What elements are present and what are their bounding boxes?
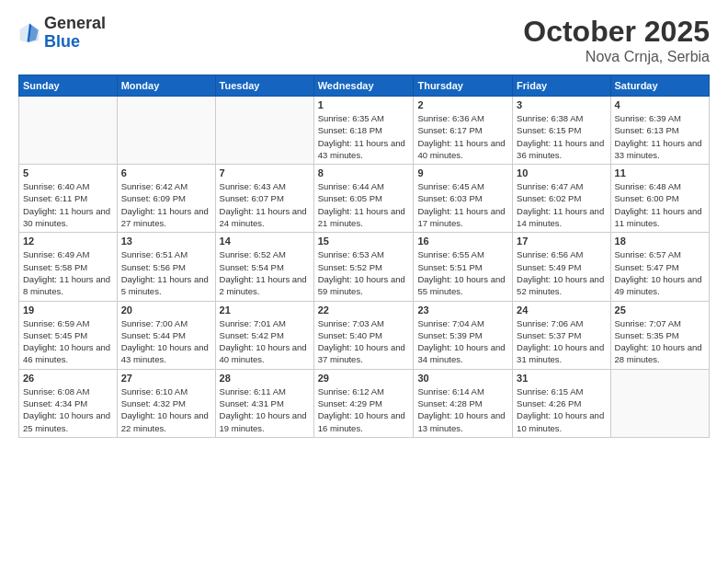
day-info: Sunrise: 7:07 AM Sunset: 5:35 PM Dayligh… — [615, 317, 705, 366]
logo-text: General Blue — [44, 15, 106, 52]
day-number: 13 — [121, 236, 211, 247]
day-info: Sunrise: 6:57 AM Sunset: 5:47 PM Dayligh… — [615, 248, 705, 297]
col-saturday: Saturday — [610, 75, 709, 97]
calendar-cell: 13Sunrise: 6:51 AM Sunset: 5:56 PM Dayli… — [117, 233, 215, 301]
calendar-table: Sunday Monday Tuesday Wednesday Thursday… — [18, 75, 710, 438]
day-number: 5 — [23, 167, 113, 178]
day-number: 4 — [615, 99, 705, 110]
calendar-week-1: 5Sunrise: 6:40 AM Sunset: 6:11 PM Daylig… — [19, 165, 710, 233]
month-title: October 2025 — [523, 15, 710, 49]
calendar-cell: 18Sunrise: 6:57 AM Sunset: 5:47 PM Dayli… — [610, 233, 709, 301]
calendar-cell: 10Sunrise: 6:47 AM Sunset: 6:02 PM Dayli… — [513, 165, 610, 233]
calendar-cell: 9Sunrise: 6:45 AM Sunset: 6:03 PM Daylig… — [414, 165, 513, 233]
calendar-week-3: 19Sunrise: 6:59 AM Sunset: 5:45 PM Dayli… — [19, 301, 710, 369]
header-row: Sunday Monday Tuesday Wednesday Thursday… — [19, 75, 710, 97]
page: General Blue October 2025 Nova Crnja, Se… — [0, 0, 728, 563]
calendar-cell: 8Sunrise: 6:44 AM Sunset: 6:05 PM Daylig… — [313, 165, 414, 233]
calendar-cell: 3Sunrise: 6:38 AM Sunset: 6:15 PM Daylig… — [513, 97, 610, 165]
day-number: 18 — [615, 236, 705, 247]
title-block: October 2025 Nova Crnja, Serbia — [523, 15, 710, 65]
calendar-cell: 27Sunrise: 6:10 AM Sunset: 4:32 PM Dayli… — [117, 369, 215, 437]
day-number: 22 — [318, 304, 410, 316]
day-info: Sunrise: 6:59 AM Sunset: 5:45 PM Dayligh… — [23, 317, 113, 366]
col-tuesday: Tuesday — [215, 75, 313, 97]
col-sunday: Sunday — [19, 75, 118, 97]
calendar-cell: 21Sunrise: 7:01 AM Sunset: 5:42 PM Dayli… — [215, 301, 313, 369]
day-number: 3 — [517, 99, 606, 110]
calendar-cell: 1Sunrise: 6:35 AM Sunset: 6:18 PM Daylig… — [313, 97, 414, 165]
calendar-cell: 30Sunrise: 6:14 AM Sunset: 4:28 PM Dayli… — [414, 369, 513, 437]
calendar-cell: 20Sunrise: 7:00 AM Sunset: 5:44 PM Dayli… — [117, 301, 215, 369]
day-info: Sunrise: 7:03 AM Sunset: 5:40 PM Dayligh… — [318, 317, 410, 366]
calendar-week-0: 1Sunrise: 6:35 AM Sunset: 6:18 PM Daylig… — [19, 97, 710, 165]
calendar-cell: 2Sunrise: 6:36 AM Sunset: 6:17 PM Daylig… — [414, 97, 513, 165]
calendar-cell: 25Sunrise: 7:07 AM Sunset: 5:35 PM Dayli… — [610, 301, 709, 369]
calendar-cell: 7Sunrise: 6:43 AM Sunset: 6:07 PM Daylig… — [215, 165, 313, 233]
logo-icon — [18, 22, 40, 44]
logo: General Blue — [18, 15, 106, 52]
day-number: 28 — [220, 373, 310, 384]
day-info: Sunrise: 6:12 AM Sunset: 4:29 PM Dayligh… — [318, 385, 410, 434]
calendar-cell: 6Sunrise: 6:42 AM Sunset: 6:09 PM Daylig… — [117, 165, 215, 233]
calendar-cell: 22Sunrise: 7:03 AM Sunset: 5:40 PM Dayli… — [313, 301, 414, 369]
day-number: 11 — [615, 167, 705, 178]
day-info: Sunrise: 6:08 AM Sunset: 4:34 PM Dayligh… — [23, 385, 113, 434]
calendar-cell: 24Sunrise: 7:06 AM Sunset: 5:37 PM Dayli… — [513, 301, 610, 369]
calendar-cell: 12Sunrise: 6:49 AM Sunset: 5:58 PM Dayli… — [19, 233, 118, 301]
calendar-cell — [610, 369, 709, 437]
col-thursday: Thursday — [414, 75, 513, 97]
day-info: Sunrise: 6:42 AM Sunset: 6:09 PM Dayligh… — [121, 180, 211, 229]
day-info: Sunrise: 6:45 AM Sunset: 6:03 PM Dayligh… — [417, 180, 508, 229]
day-info: Sunrise: 7:04 AM Sunset: 5:39 PM Dayligh… — [417, 317, 508, 366]
day-number: 16 — [417, 236, 508, 247]
day-info: Sunrise: 6:15 AM Sunset: 4:26 PM Dayligh… — [517, 385, 606, 434]
header: General Blue October 2025 Nova Crnja, Se… — [18, 15, 710, 65]
calendar-cell — [215, 97, 313, 165]
day-number: 14 — [220, 236, 310, 247]
calendar-week-2: 12Sunrise: 6:49 AM Sunset: 5:58 PM Dayli… — [19, 233, 710, 301]
day-number: 2 — [417, 99, 508, 110]
day-info: Sunrise: 7:01 AM Sunset: 5:42 PM Dayligh… — [220, 317, 310, 366]
day-number: 21 — [220, 304, 310, 316]
day-info: Sunrise: 6:14 AM Sunset: 4:28 PM Dayligh… — [417, 385, 508, 434]
calendar-cell: 17Sunrise: 6:56 AM Sunset: 5:49 PM Dayli… — [513, 233, 610, 301]
day-number: 8 — [318, 167, 410, 178]
logo-blue: Blue — [44, 32, 80, 51]
calendar-cell — [117, 97, 215, 165]
col-monday: Monday — [117, 75, 215, 97]
day-number: 30 — [417, 373, 508, 384]
calendar-cell: 31Sunrise: 6:15 AM Sunset: 4:26 PM Dayli… — [513, 369, 610, 437]
day-info: Sunrise: 6:43 AM Sunset: 6:07 PM Dayligh… — [220, 180, 310, 229]
calendar-cell: 11Sunrise: 6:48 AM Sunset: 6:00 PM Dayli… — [610, 165, 709, 233]
day-number: 12 — [23, 236, 113, 247]
calendar-cell — [19, 97, 118, 165]
calendar-cell: 5Sunrise: 6:40 AM Sunset: 6:11 PM Daylig… — [19, 165, 118, 233]
calendar-cell: 28Sunrise: 6:11 AM Sunset: 4:31 PM Dayli… — [215, 369, 313, 437]
calendar-week-4: 26Sunrise: 6:08 AM Sunset: 4:34 PM Dayli… — [19, 369, 710, 437]
day-info: Sunrise: 6:10 AM Sunset: 4:32 PM Dayligh… — [121, 385, 211, 434]
calendar-cell: 29Sunrise: 6:12 AM Sunset: 4:29 PM Dayli… — [313, 369, 414, 437]
day-number: 1 — [318, 99, 410, 110]
calendar-cell: 26Sunrise: 6:08 AM Sunset: 4:34 PM Dayli… — [19, 369, 118, 437]
day-number: 7 — [220, 167, 310, 178]
day-info: Sunrise: 6:35 AM Sunset: 6:18 PM Dayligh… — [318, 112, 410, 161]
day-number: 17 — [517, 236, 606, 247]
day-number: 24 — [517, 304, 606, 316]
day-info: Sunrise: 6:39 AM Sunset: 6:13 PM Dayligh… — [615, 112, 705, 161]
day-number: 23 — [417, 304, 508, 316]
day-number: 15 — [318, 236, 410, 247]
day-info: Sunrise: 6:48 AM Sunset: 6:00 PM Dayligh… — [615, 180, 705, 229]
day-number: 19 — [23, 304, 113, 316]
day-number: 29 — [318, 373, 410, 384]
day-number: 26 — [23, 373, 113, 384]
day-info: Sunrise: 6:52 AM Sunset: 5:54 PM Dayligh… — [220, 248, 310, 297]
day-info: Sunrise: 6:11 AM Sunset: 4:31 PM Dayligh… — [220, 385, 310, 434]
day-info: Sunrise: 6:49 AM Sunset: 5:58 PM Dayligh… — [23, 248, 113, 297]
calendar-cell: 4Sunrise: 6:39 AM Sunset: 6:13 PM Daylig… — [610, 97, 709, 165]
day-info: Sunrise: 6:44 AM Sunset: 6:05 PM Dayligh… — [318, 180, 410, 229]
calendar-cell: 15Sunrise: 6:53 AM Sunset: 5:52 PM Dayli… — [313, 233, 414, 301]
day-info: Sunrise: 6:55 AM Sunset: 5:51 PM Dayligh… — [417, 248, 508, 297]
calendar-cell: 14Sunrise: 6:52 AM Sunset: 5:54 PM Dayli… — [215, 233, 313, 301]
day-info: Sunrise: 6:47 AM Sunset: 6:02 PM Dayligh… — [517, 180, 606, 229]
day-info: Sunrise: 7:00 AM Sunset: 5:44 PM Dayligh… — [121, 317, 211, 366]
